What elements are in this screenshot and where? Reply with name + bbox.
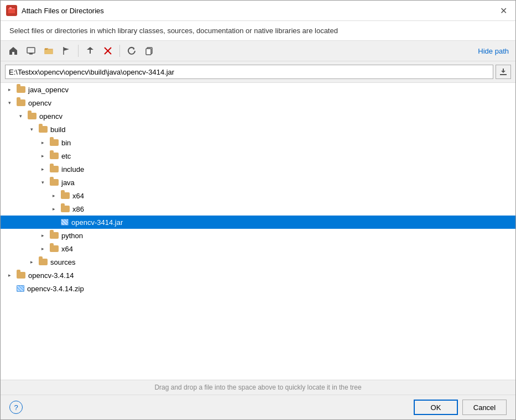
- hide-path-button[interactable]: Hide path: [478, 47, 509, 55]
- tree-item-label: build: [50, 125, 65, 134]
- folder-icon: [38, 125, 48, 133]
- home-icon: [8, 46, 18, 56]
- expand-icon[interactable]: ▾: [27, 125, 36, 134]
- folder-icon: [49, 165, 59, 173]
- tree-item-label: x86: [72, 205, 84, 213]
- tree-item[interactable]: ▾ build: [1, 123, 515, 136]
- tree-item[interactable]: ▸ sources: [1, 255, 515, 269]
- tree-item-label: etc: [61, 152, 71, 160]
- download-icon: [499, 67, 508, 76]
- svg-rect-14: [500, 74, 507, 75]
- svg-rect-13: [146, 49, 151, 55]
- desktop-button[interactable]: [23, 43, 39, 59]
- toolbar: Hide path: [1, 41, 515, 61]
- expand-icon[interactable]: ▸: [5, 271, 14, 280]
- app-icon: [6, 5, 17, 16]
- title-bar: Attach Files or Directories ✕: [1, 1, 515, 21]
- expand-icon[interactable]: ▾: [5, 98, 14, 107]
- tree-item[interactable]: ▸ x64: [1, 189, 515, 202]
- tree-item[interactable]: ▸ x86: [1, 202, 515, 216]
- tree-item-label: bin: [61, 139, 71, 147]
- folder-icon: [27, 112, 37, 120]
- folder-icon: [60, 205, 70, 213]
- expand-icon[interactable]: ▸: [38, 151, 47, 160]
- tree-item[interactable]: ▸ etc: [1, 149, 515, 162]
- tree-item-label: opencv: [39, 112, 62, 120]
- copy-button[interactable]: [141, 43, 158, 59]
- help-button[interactable]: ?: [9, 401, 23, 414]
- up-button[interactable]: [82, 43, 98, 59]
- jar-icon: [16, 285, 25, 292]
- refresh-button[interactable]: [123, 43, 140, 59]
- folder-icon: [16, 86, 26, 93]
- tree-item[interactable]: opencv-3414.jar: [1, 216, 515, 229]
- tree-item[interactable]: ▸ opencv-3.4.14: [1, 269, 515, 282]
- flag-button[interactable]: [58, 43, 75, 59]
- svg-rect-4: [29, 54, 33, 55]
- home-button[interactable]: [5, 43, 22, 59]
- tree-item-label: sources: [50, 258, 76, 266]
- delete-button[interactable]: [100, 43, 116, 59]
- tree-item[interactable]: ▸ bin: [1, 136, 515, 149]
- expand-icon[interactable]: ▸: [49, 191, 58, 200]
- separator-1: [78, 45, 79, 57]
- separator-2: [119, 45, 120, 57]
- path-input[interactable]: [5, 65, 493, 79]
- jar-icon: [60, 218, 69, 226]
- drag-hint: Drag and drop a file into the space abov…: [1, 380, 515, 395]
- folder-icon: [49, 152, 59, 160]
- ok-button[interactable]: OK: [414, 400, 458, 415]
- expand-icon[interactable]: ▸: [38, 138, 47, 147]
- expand-icon[interactable]: ▸: [27, 258, 36, 266]
- tree-item-label: java_opencv: [28, 86, 69, 94]
- folder-icon: [49, 139, 59, 146]
- tree-item[interactable]: ▸ x64: [1, 242, 515, 255]
- folder-icon: [16, 99, 26, 107]
- tree-item-label: opencv-3414.jar: [71, 218, 123, 227]
- expand-icon[interactable]: ▾: [38, 178, 47, 187]
- svg-rect-2: [9, 7, 12, 9]
- svg-rect-3: [27, 48, 35, 53]
- attach-files-dialog: Attach Files or Directories ✕ Select fil…: [0, 0, 516, 420]
- folder-icon: [49, 245, 59, 253]
- svg-rect-1: [8, 9, 15, 13]
- expand-icon[interactable]: ▸: [38, 244, 47, 253]
- tree-item[interactable]: ▾ opencv: [1, 96, 515, 109]
- folder-icon: [38, 258, 48, 266]
- tree-item[interactable]: ▸ include: [1, 162, 515, 176]
- cancel-button[interactable]: Cancel: [462, 400, 507, 415]
- tree-item-label: x64: [72, 192, 84, 200]
- folder-icon: [16, 271, 26, 279]
- expand-icon[interactable]: ▾: [16, 112, 25, 120]
- tree-item[interactable]: ▸ python: [1, 229, 515, 242]
- copy-icon: [144, 46, 154, 56]
- tree-item[interactable]: ▾ java: [1, 176, 515, 189]
- delete-icon: [103, 46, 113, 56]
- folder-icon: [44, 46, 54, 56]
- flag-icon: [61, 46, 71, 56]
- tree-item[interactable]: ▸ java_opencv: [1, 83, 515, 96]
- up-icon: [85, 46, 95, 56]
- description-text: Select files or directories in which lib…: [1, 21, 515, 41]
- path-bar: [1, 61, 515, 83]
- folder-icon: [60, 192, 70, 200]
- title-bar-left: Attach Files or Directories: [6, 5, 104, 16]
- tree-item-label: opencv-3.4.14.zip: [27, 285, 84, 293]
- tree-item-label: include: [61, 165, 84, 174]
- expand-icon[interactable]: ▸: [38, 231, 47, 240]
- path-browse-button[interactable]: [496, 65, 511, 79]
- svg-rect-8: [45, 50, 53, 54]
- close-button[interactable]: ✕: [497, 4, 510, 17]
- file-tree[interactable]: ▸ java_opencv ▾ opencv ▾ opencv ▾ build …: [1, 83, 515, 380]
- tree-item-label: python: [61, 232, 83, 240]
- folder-button[interactable]: [40, 43, 57, 59]
- tree-item-label: opencv-3.4.14: [28, 271, 74, 280]
- expand-icon[interactable]: ▸: [49, 204, 58, 213]
- expand-icon[interactable]: ▸: [38, 165, 47, 174]
- expand-icon[interactable]: ▸: [5, 85, 14, 94]
- folder-icon: [49, 179, 59, 186]
- tree-item[interactable]: opencv-3.4.14.zip: [1, 282, 515, 295]
- tree-item-label: java: [61, 179, 75, 187]
- tree-item[interactable]: ▾ opencv: [1, 109, 515, 123]
- bottom-bar: ? OK Cancel: [1, 395, 515, 419]
